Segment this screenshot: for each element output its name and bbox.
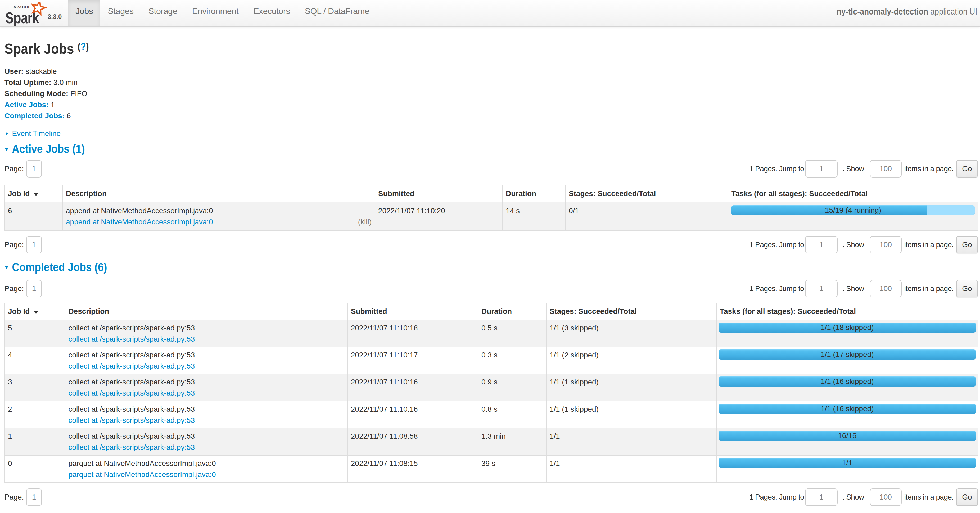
svg-text:APACHE: APACHE xyxy=(13,5,31,9)
